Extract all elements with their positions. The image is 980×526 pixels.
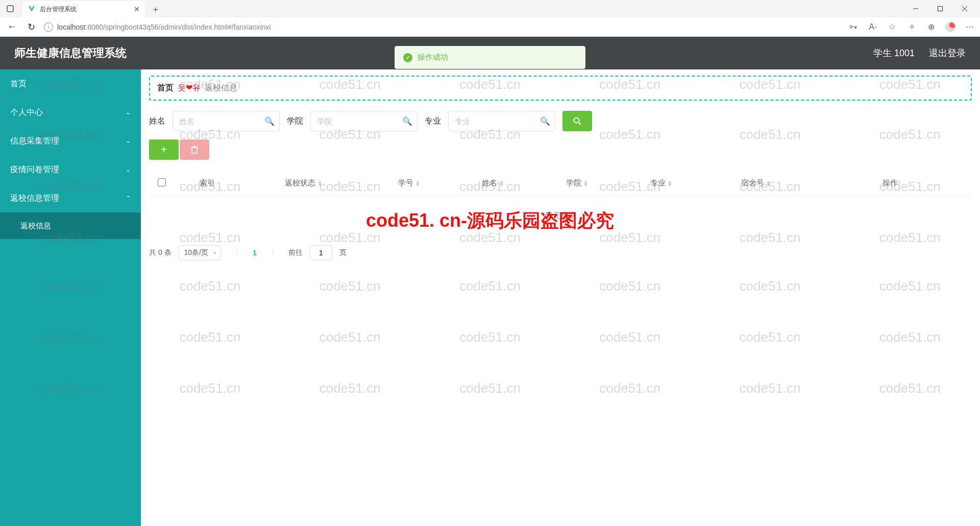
- chevron-down-icon: ⌄: [126, 109, 131, 116]
- th-index[interactable]: 索引: [175, 171, 240, 196]
- th-college[interactable]: 学院▲▼: [535, 171, 619, 196]
- search-input-college[interactable]: [310, 111, 418, 131]
- pager-goto-label: 前往: [288, 248, 303, 257]
- search-label-name: 姓名: [149, 116, 165, 127]
- pagination: 共 0 条 10条/页 ▾ 〈 1 〉 前往 页: [149, 245, 972, 260]
- sidebar-item-label: 个人中心: [10, 107, 43, 118]
- delete-button[interactable]: [180, 139, 209, 160]
- nav-back-button[interactable]: ←: [5, 20, 18, 34]
- add-button[interactable]: +: [149, 139, 179, 160]
- favorite-icon[interactable]: ☆: [887, 22, 897, 32]
- tab-title: 后台管理系统: [40, 5, 130, 14]
- collections-icon[interactable]: ⊕: [926, 22, 936, 32]
- th-studentid[interactable]: 学号▲▼: [367, 171, 451, 196]
- data-table: 索引 返校状态▲▼ 学号▲▼ 姓名▲▼ 学院▲▼ 专业▲▼ 宿舍号▲▼ 操作 暂…: [149, 171, 972, 236]
- tab-close-icon[interactable]: ✕: [134, 5, 140, 13]
- svg-rect-0: [7, 6, 13, 12]
- key-icon[interactable]: 🗝: [848, 22, 859, 32]
- search-label-college: 学院: [287, 116, 303, 127]
- th-status[interactable]: 返校状态▲▼: [240, 171, 367, 196]
- search-bar: 姓名 🔍 学院 🔍 专业 🔍: [149, 111, 972, 131]
- new-tab-button[interactable]: +: [148, 2, 163, 17]
- plus-icon: +: [161, 144, 167, 156]
- select-all-checkbox[interactable]: [158, 178, 166, 186]
- search-icon: 🔍: [402, 116, 412, 126]
- url-host: localhost: [57, 23, 85, 31]
- sidebar-item-label: 首页: [10, 79, 27, 89]
- window-maximize-button[interactable]: [931, 2, 949, 16]
- svg-line-6: [579, 123, 581, 125]
- th-major[interactable]: 专业▲▼: [619, 171, 703, 196]
- sort-icon: ▲▼: [583, 180, 588, 186]
- breadcrumb-home[interactable]: 首页: [157, 83, 174, 93]
- vue-favicon-icon: [28, 5, 36, 13]
- site-info-icon[interactable]: i: [44, 22, 53, 32]
- sort-icon: ▲▼: [317, 180, 322, 186]
- sort-icon: ▲▼: [766, 180, 771, 186]
- sidebar-item-label: 返校信息: [20, 221, 51, 231]
- th-name[interactable]: 姓名▲▼: [451, 171, 535, 196]
- profile-avatar[interactable]: [945, 22, 955, 32]
- table-empty: 暂无数据: [149, 196, 972, 236]
- search-button[interactable]: [562, 111, 592, 131]
- sort-icon: ▲▼: [415, 180, 420, 186]
- search-label-major: 专业: [425, 116, 441, 127]
- favorites-bar-icon[interactable]: ✧: [906, 22, 917, 32]
- sidebar-item-personal[interactable]: 个人中心 ⌄: [0, 98, 141, 127]
- pager-total: 共 0 条: [149, 248, 172, 257]
- svg-point-5: [574, 118, 579, 123]
- sidebar-sub-return-info[interactable]: 返校信息: [0, 212, 141, 239]
- sort-icon: ▲▼: [499, 180, 504, 186]
- chevron-up-icon: ⌃: [126, 195, 131, 202]
- search-input-name[interactable]: [173, 111, 280, 131]
- svg-rect-7: [192, 148, 197, 153]
- trash-icon: [190, 145, 199, 154]
- address-bar: ← ↻ i localhost:8080/springboot43q56/adm…: [0, 17, 980, 37]
- chevron-down-icon: ⌄: [126, 166, 131, 173]
- th-action: 操作: [808, 171, 972, 196]
- sort-icon: ▲▼: [668, 180, 672, 186]
- check-circle-icon: ✓: [403, 53, 412, 62]
- chevron-down-icon: ⌄: [126, 137, 131, 145]
- search-icon: 🔍: [264, 116, 275, 126]
- sidebar-item-info-collect[interactable]: 信息采集管理 ⌄: [0, 127, 141, 155]
- browser-tab-active[interactable]: 后台管理系统 ✕: [22, 1, 145, 17]
- breadcrumb-current: 返校信息: [205, 83, 237, 93]
- window-minimize-button[interactable]: [906, 2, 925, 16]
- app-title: 师生健康信息管理系统: [14, 45, 127, 61]
- window-close-button[interactable]: [955, 2, 974, 16]
- search-icon: 🔍: [540, 116, 550, 126]
- sidebar-item-home[interactable]: 首页: [0, 69, 141, 98]
- url-rest: :8080/springboot43q56/admin/dist/index.h…: [85, 23, 271, 31]
- sidebar-item-label: 信息采集管理: [10, 136, 59, 147]
- sidebar-item-return-info[interactable]: 返校信息管理 ⌃: [0, 184, 141, 212]
- nav-refresh-button[interactable]: ↻: [24, 20, 38, 34]
- logout-link[interactable]: 退出登录: [929, 47, 966, 59]
- magnifier-icon: [573, 116, 582, 126]
- readaloud-icon[interactable]: A»: [868, 22, 878, 32]
- tab-overview-button[interactable]: [0, 0, 20, 17]
- sidebar: 首页 个人中心 ⌄ 信息采集管理 ⌄ 疫情问卷管理 ⌄ 返校信息管理 ⌃ 返校信…: [0, 69, 141, 526]
- page-current[interactable]: 1: [249, 249, 261, 257]
- page-size-select[interactable]: 10条/页 ▾: [179, 245, 221, 260]
- header-user-label[interactable]: 学生 1001: [873, 47, 915, 59]
- more-icon[interactable]: ⋯: [965, 22, 975, 32]
- url-field[interactable]: i localhost:8080/springboot43q56/admin/d…: [44, 22, 842, 32]
- browser-tab-strip: 后台管理系统 ✕ +: [0, 0, 980, 17]
- sidebar-item-label: 返校信息管理: [10, 193, 59, 204]
- toast-message: 操作成功: [418, 53, 448, 62]
- sidebar-item-survey[interactable]: 疫情问卷管理 ⌄: [0, 155, 141, 184]
- page-next[interactable]: 〉: [268, 248, 281, 257]
- page-goto-input[interactable]: [310, 245, 332, 260]
- sidebar-item-label: 疫情问卷管理: [10, 164, 59, 175]
- svg-rect-2: [938, 7, 943, 11]
- app-header: 师生健康信息管理系统 ✓ 操作成功 学生 1001 退出登录: [0, 37, 980, 69]
- th-dorm[interactable]: 宿舍号▲▼: [703, 171, 808, 196]
- breadcrumb-separator-icon: 웃❤유: [178, 83, 201, 93]
- chevron-down-icon: ▾: [213, 250, 216, 256]
- breadcrumb: 首页 웃❤유 返校信息: [149, 76, 972, 101]
- search-input-major[interactable]: [448, 111, 555, 131]
- page-prev[interactable]: 〈: [228, 248, 241, 257]
- pager-goto-suffix: 页: [339, 248, 347, 257]
- toast-success: ✓ 操作成功: [395, 46, 585, 69]
